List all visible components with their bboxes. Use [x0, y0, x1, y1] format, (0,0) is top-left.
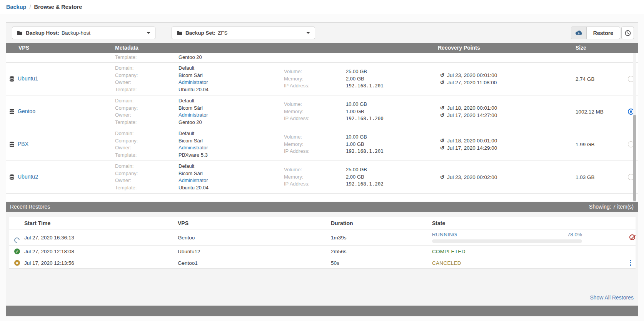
row-menu-kebab-icon[interactable] — [628, 260, 633, 266]
showing-count: Showing: 7 item(s) — [589, 204, 634, 210]
column-header-duration: Duration — [331, 220, 353, 226]
column-header-vps: VPS — [178, 220, 189, 226]
restore-vps: Ubuntu12 — [178, 248, 200, 254]
owner-link[interactable]: Administrator — [179, 177, 208, 183]
status-badge: COMPLETED — [432, 248, 465, 254]
backup-set-label: Backup Set: — [185, 30, 215, 36]
backup-set-value: ZFS — [218, 30, 228, 36]
progress-bar — [432, 239, 582, 243]
recovery-point[interactable]: Jul 27, 2020 11:08:00 — [440, 79, 497, 86]
meta-labels: Domain:Company:Owner:Template: — [115, 65, 138, 93]
spec-values: 10.00 GB1.00 GB192.168.1.200 — [346, 101, 384, 122]
spec-labels: Volume:Memory:IP Address: — [284, 68, 309, 90]
breadcrumb-separator: / — [29, 4, 31, 10]
recovery-points: Jul 23, 2020 00:02:00 — [440, 174, 497, 181]
recovery-point[interactable]: Jul 18, 2020 00:01:00 — [440, 137, 497, 144]
column-header-vps: VPS — [18, 45, 29, 51]
vps-table-scrollbar[interactable] — [633, 53, 636, 202]
page-title: Browse & Restore — [34, 4, 82, 10]
restore-start-time: Jul 17, 2020 12:13:56 — [24, 260, 74, 266]
recovery-points: Jul 18, 2020 00:01:00 Jul 17, 2020 14:29… — [440, 137, 497, 152]
meta-value: Gentoo 20 — [179, 54, 202, 61]
recovery-point[interactable]: Jul 17, 2020 14:29:00 — [440, 144, 497, 152]
column-header-state: State — [432, 220, 445, 226]
top-bar: Backup/Browse & Restore — [0, 0, 644, 14]
browse-restore-panel: Backup Host: Backup-host Backup Set: ZFS… — [6, 22, 638, 316]
backup-size: 1.99 GB — [576, 142, 595, 147]
recovery-point[interactable]: Jul 23, 2020 00:01:00 — [440, 72, 497, 79]
column-header-recovery-points: Recovery Points — [438, 45, 480, 51]
backup-host-dropdown[interactable]: Backup Host: Backup-host — [12, 27, 155, 39]
restore-row-canceled: ✕ Jul 17, 2020 12:13:56 Gentoo1 50s CANC… — [9, 257, 636, 269]
restore-state-cell: COMPLETED — [432, 246, 582, 257]
meta-label: Template: — [115, 54, 137, 61]
column-header-metadata: Metadata — [115, 45, 138, 51]
database-icon — [9, 142, 15, 149]
chevron-down-icon — [147, 32, 150, 34]
status-badge: CANCELED — [432, 260, 461, 266]
restore-state-cell: CANCELED — [432, 257, 582, 268]
owner-link[interactable]: Administrator — [179, 112, 208, 118]
breadcrumb: Backup/Browse & Restore — [6, 4, 82, 10]
restore-duration: 50s — [331, 260, 339, 266]
spec-values: 25.00 GB2.00 GB192.168.1.202 — [346, 166, 384, 188]
restore-button-label: Restore — [587, 27, 620, 39]
running-spinner-icon — [13, 236, 21, 244]
breadcrumb-backup-link[interactable]: Backup — [6, 4, 26, 10]
meta-labels: Domain:Company:Owner:Template: — [115, 163, 138, 191]
folder-icon — [17, 30, 23, 35]
recent-restores-table: Start Time VPS Duration State Jul 27, 20… — [9, 217, 636, 269]
backup-host-value: Backup-host — [62, 30, 90, 36]
column-header-size: Size — [576, 45, 586, 51]
status-badge: RUNNING — [432, 232, 457, 237]
spec-values: 10.00 GB1.00 GB192.168.1.201 — [346, 134, 384, 155]
restore-row-running: Jul 27, 2020 16:36:13 Gentoo 1m39s RUNNI… — [9, 229, 636, 246]
recovery-points: Jul 18, 2020 00:01:00 Jul 17, 2020 14:27… — [440, 104, 497, 119]
scrollbar-thumb[interactable] — [633, 115, 636, 201]
recent-restores-header: Recent Restores Showing: 7 item(s) — [6, 202, 638, 212]
database-icon — [9, 174, 15, 181]
database-icon — [9, 109, 15, 116]
restore-duration: 2m56s — [331, 248, 347, 254]
panel-footer-bar — [6, 306, 638, 316]
recovery-point[interactable]: Jul 18, 2020 00:01:00 — [440, 104, 497, 112]
show-all-restores-link[interactable]: Show All Restores — [590, 294, 634, 301]
chevron-down-icon — [306, 32, 310, 34]
spec-values: 25.00 GB2.00 GB192.168.1.201 — [346, 68, 384, 90]
table-row-gentoo: Gentoo Domain:Company:Owner:Template: De… — [6, 95, 638, 128]
vps-name-link[interactable]: Gentoo — [18, 108, 35, 114]
backup-set-dropdown[interactable]: Backup Set: ZFS — [172, 27, 315, 39]
table-row-ubuntu2: Ubuntu2 Domain:Company:Owner:Template: D… — [6, 161, 638, 194]
meta-labels: Domain:Company:Owner:Template: — [115, 130, 138, 159]
cancel-restore-icon[interactable] — [629, 234, 635, 240]
table-row-pbx: PBX Domain:Company:Owner:Template: Defau… — [6, 128, 638, 161]
vps-name-link[interactable]: Ubuntu1 — [18, 75, 38, 82]
vps-name-link[interactable]: Ubuntu2 — [18, 174, 38, 180]
meta-values: DefaultBicom SàrlAdministratorUbuntu 20.… — [179, 65, 209, 93]
meta-values: DefaultBicom SàrlAdministratorPBXware 5.… — [179, 130, 208, 159]
database-icon — [9, 76, 15, 83]
owner-link[interactable]: Administrator — [179, 79, 208, 85]
owner-link[interactable]: Administrator — [179, 145, 208, 150]
backup-size: 2.74 GB — [576, 76, 595, 82]
spec-labels: Volume:Memory:IP Address: — [284, 166, 309, 188]
meta-labels: Domain:Company:Owner:Template: — [115, 97, 138, 126]
recovery-point[interactable]: Jul 23, 2020 00:02:00 — [440, 174, 497, 181]
cloud-download-icon — [575, 30, 582, 36]
vps-name-link[interactable]: PBX — [18, 141, 28, 147]
column-header-start-time: Start Time — [24, 220, 50, 226]
recent-restores-table-header: Start Time VPS Duration State — [9, 217, 636, 229]
restore-duration: 1m39s — [331, 234, 347, 240]
recovery-point[interactable]: Jul 17, 2020 14:27:00 — [440, 112, 497, 119]
vps-table-header: VPS Metadata Recovery Points Size — [6, 43, 638, 53]
restore-button[interactable]: Restore — [571, 27, 620, 39]
restore-start-time: Jul 27, 2020 16:36:13 — [24, 234, 74, 240]
restore-start-time: Jul 27, 2020 12:18:08 — [24, 248, 74, 254]
meta-values: DefaultBicom SàrlAdministratorGentoo 20 — [179, 97, 208, 126]
spec-labels: Volume:Memory:IP Address: — [284, 134, 309, 155]
backup-size: 1002.12 MB — [576, 109, 604, 115]
recent-restores-title: Recent Restores — [10, 204, 50, 210]
restore-history-button[interactable] — [621, 27, 634, 39]
restore-vps: Gentoo — [178, 234, 195, 240]
vps-table: Template: Gentoo 20 Ubuntu1 Domain:Compa… — [6, 53, 638, 202]
